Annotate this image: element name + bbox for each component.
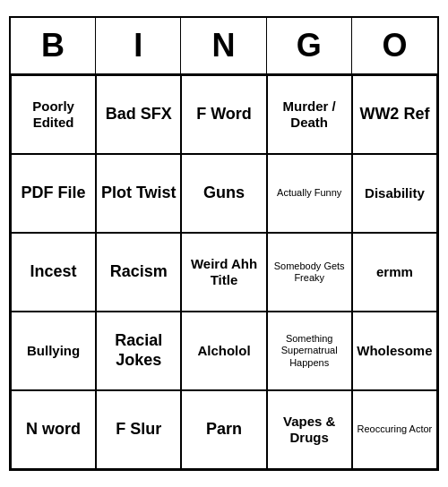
bingo-cell-11: Racism [96,233,181,312]
bingo-cell-20: N word [11,390,96,469]
header-letter-G: G [267,18,352,73]
header-letter-B: B [11,18,96,73]
header-letter-N: N [181,18,266,73]
bingo-header: BINGO [11,18,437,75]
bingo-cell-9: Disability [352,154,437,233]
bingo-card: BINGO Poorly EditedBad SFXF WordMurder /… [9,16,439,471]
bingo-cell-4: WW2 Ref [352,75,437,154]
bingo-cell-15: Bullying [11,312,96,390]
bingo-cell-8: Actually Funny [267,154,352,233]
bingo-cell-22: Parn [181,390,266,469]
header-letter-O: O [352,18,437,73]
bingo-cell-2: F Word [181,75,266,154]
header-letter-I: I [96,18,181,73]
bingo-cell-23: Vapes & Drugs [267,390,352,469]
bingo-cell-10: Incest [11,233,96,312]
bingo-cell-16: Racial Jokes [96,312,181,390]
bingo-cell-12: Weird Ahh Title [181,233,266,312]
bingo-cell-17: Alcholol [181,312,266,390]
bingo-cell-21: F Slur [96,390,181,469]
bingo-cell-19: Wholesome [352,312,437,390]
bingo-cell-5: PDF File [11,154,96,233]
bingo-cell-14: ermm [352,233,437,312]
bingo-cell-1: Bad SFX [96,75,181,154]
bingo-cell-24: Reoccuring Actor [352,390,437,469]
bingo-cell-0: Poorly Edited [11,75,96,154]
bingo-cell-18: Something Supernatrual Happens [267,312,352,390]
bingo-grid: Poorly EditedBad SFXF WordMurder / Death… [11,75,437,469]
bingo-cell-6: Plot Twist [96,154,181,233]
bingo-cell-13: Somebody Gets Freaky [267,233,352,312]
bingo-cell-3: Murder / Death [267,75,352,154]
bingo-cell-7: Guns [181,154,266,233]
